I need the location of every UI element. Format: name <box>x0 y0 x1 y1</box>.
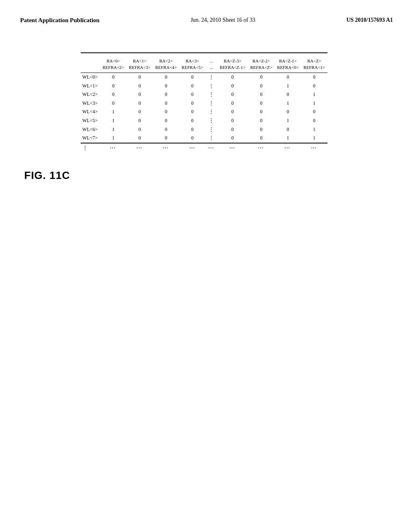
col-header-ellipsis: ... <box>206 56 217 64</box>
col-header-z3: RA<Z-3> <box>217 56 248 64</box>
subheader-z3: REFRA<Z-1> <box>217 64 248 72</box>
table-row: WL<0> 0 0 0 0 ⋮ 0 0 0 0 <box>81 73 327 82</box>
row-label-wl0: WL<0> <box>81 73 100 82</box>
figure-label: FIG. 11C <box>24 169 70 182</box>
row-label-wl3: WL<3> <box>81 99 100 108</box>
col-header-z1: RA<Z-1> <box>275 56 301 64</box>
publication-date-sheet: Jun. 24, 2010 Sheet 16 of 33 <box>191 16 255 24</box>
ellipsis-row: ⋮ ⋯ ⋯ ⋯ ⋯ ⋯ ⋯ ⋯ ⋯ ⋯ <box>81 143 327 153</box>
row-label-wl4: WL<4> <box>81 108 100 116</box>
table-row: WL<7> 1 0 0 0 ⋮ 0 0 1 1 <box>81 134 327 143</box>
col-header-z: RA<Z> <box>301 56 327 64</box>
top-border-row <box>81 53 327 56</box>
table-container: RA<0> RA<1> RA<2> RA<3> ... RA<Z-3> RA<Z… <box>81 52 397 153</box>
subheader-3: REFRA<5> <box>179 64 205 72</box>
publication-number: US 2010/157693 A1 <box>346 16 393 24</box>
subheader-2: REFRA<4> <box>153 64 179 72</box>
page-header: Patent Application Publication Jun. 24, … <box>0 0 413 33</box>
row-label-wl6: WL<6> <box>81 125 100 134</box>
subheader-ellipsis: ... <box>206 64 217 72</box>
table-row: WL<5> 1 0 0 0 ⋮ 0 0 1 0 <box>81 116 327 125</box>
table-row: WL<3> 0 0 0 0 ⋮ 0 0 1 1 <box>81 99 327 108</box>
row-label-wl7: WL<7> <box>81 134 100 143</box>
col-header-0: RA<0> <box>100 56 126 64</box>
table-row: WL<6> 1 0 0 0 ⋮ 0 0 0 1 <box>81 125 327 134</box>
row-label-ellipsis: ⋮ <box>81 143 100 153</box>
subheader-z1: REFRA<0> <box>275 64 301 72</box>
subheader-0: REFRA<2> <box>100 64 126 72</box>
row-label-wl1: WL<1> <box>81 82 100 91</box>
col-header-1: RA<1> <box>127 56 153 64</box>
subheader-row: REFRA<2> REFRA<3> REFRA<4> REFRA<5> ... … <box>81 64 327 72</box>
data-table: RA<0> RA<1> RA<2> RA<3> ... RA<Z-3> RA<Z… <box>81 52 327 153</box>
publication-title: Patent Application Publication <box>20 16 100 25</box>
table-row: WL<1> 0 0 0 0 ⋮ 0 0 1 0 <box>81 82 327 91</box>
table-row: WL<2> 0 0 0 0 ⋮ 0 0 0 1 <box>81 90 327 99</box>
row-label-wl2: WL<2> <box>81 90 100 99</box>
subheader-z2: REFRA<Z> <box>248 64 275 72</box>
subheader-1: REFRA<3> <box>127 64 153 72</box>
col-header-z2: RA<Z-2> <box>248 56 275 64</box>
col-header-3: RA<3> <box>179 56 205 64</box>
table-row: WL<4> 1 0 0 0 ⋮ 0 0 0 0 <box>81 108 327 116</box>
subheader-z: REFRA<1> <box>301 64 327 72</box>
col-header-2: RA<2> <box>153 56 179 64</box>
row-label-wl5: WL<5> <box>81 116 100 125</box>
column-header-row: RA<0> RA<1> RA<2> RA<3> ... RA<Z-3> RA<Z… <box>81 56 327 64</box>
